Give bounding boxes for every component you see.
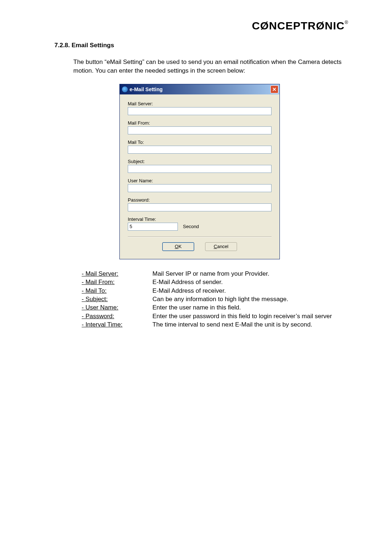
definition-desc: The time interval to send next E-Mail th… bbox=[152, 320, 345, 329]
definition-row: - User Name: Enter the user name in this… bbox=[82, 303, 345, 312]
user-name-label: User Name: bbox=[128, 178, 271, 183]
intro-paragraph: The button “eMail Setting” can be used t… bbox=[73, 58, 345, 75]
mail-from-label: Mail From: bbox=[128, 120, 271, 126]
subject-label: Subject: bbox=[128, 159, 271, 164]
definition-term: - Mail From: bbox=[82, 278, 152, 286]
definition-desc: E-Mail Address of sender. bbox=[152, 278, 345, 286]
definition-term: - Subject: bbox=[82, 295, 152, 303]
subject-input[interactable] bbox=[128, 165, 271, 173]
interval-time-label: Interval Time: bbox=[128, 216, 271, 222]
definition-row: - Mail Server: Mail Server IP or name fr… bbox=[82, 270, 345, 278]
definition-desc: E-Mail Address of receiver. bbox=[152, 287, 345, 295]
definition-row: - Mail To: E-Mail Address of receiver. bbox=[82, 287, 345, 295]
definition-term: - User Name: bbox=[82, 303, 152, 312]
definition-term: - Mail Server: bbox=[82, 270, 152, 278]
interval-unit-label: Second bbox=[183, 224, 199, 229]
definition-row: - Subject: Can be any information to hig… bbox=[82, 295, 345, 303]
mail-from-input[interactable] bbox=[128, 126, 271, 134]
definition-term: - Interval Time: bbox=[82, 320, 152, 329]
cancel-button[interactable]: Cancel bbox=[205, 242, 237, 251]
mail-to-label: Mail To: bbox=[128, 139, 271, 145]
definition-row: - Interval Time: The time interval to se… bbox=[82, 320, 345, 329]
definition-desc: Enter the user password in this field to… bbox=[152, 312, 345, 320]
close-button[interactable]: ✕ bbox=[270, 85, 278, 93]
password-input[interactable] bbox=[128, 203, 271, 211]
dialog-icon bbox=[122, 86, 128, 92]
ok-button[interactable]: OK bbox=[162, 242, 194, 251]
dialog-titlebar: e-Mail Setting ✕ bbox=[120, 84, 279, 94]
dialog-divider bbox=[128, 236, 271, 237]
definition-desc: Can be any information to high light the… bbox=[152, 295, 345, 303]
section-heading: 7.2.8. Email Settings bbox=[54, 42, 345, 49]
mail-to-input[interactable] bbox=[128, 146, 271, 154]
mail-server-input[interactable] bbox=[128, 107, 271, 115]
interval-time-input[interactable] bbox=[128, 223, 178, 231]
brand-logo: CØNCEPTRØNIC® bbox=[252, 20, 348, 32]
dialog-title-text: e-Mail Setting bbox=[130, 86, 163, 92]
definition-desc: Mail Server IP or name from your Provide… bbox=[152, 270, 345, 278]
user-name-input[interactable] bbox=[128, 184, 271, 192]
email-setting-dialog: e-Mail Setting ✕ Mail Server: Mail From:… bbox=[119, 84, 280, 259]
password-label: Password: bbox=[128, 197, 271, 203]
mail-server-label: Mail Server: bbox=[128, 101, 271, 106]
close-icon: ✕ bbox=[272, 86, 277, 92]
definition-desc: Enter the user name in this field. bbox=[152, 303, 345, 312]
definitions-list: - Mail Server: Mail Server IP or name fr… bbox=[82, 270, 345, 329]
definition-row: - Password: Enter the user password in t… bbox=[82, 312, 345, 320]
definition-row: - Mail From: E-Mail Address of sender. bbox=[82, 278, 345, 286]
definition-term: - Password: bbox=[82, 312, 152, 320]
definition-term: - Mail To: bbox=[82, 287, 152, 295]
